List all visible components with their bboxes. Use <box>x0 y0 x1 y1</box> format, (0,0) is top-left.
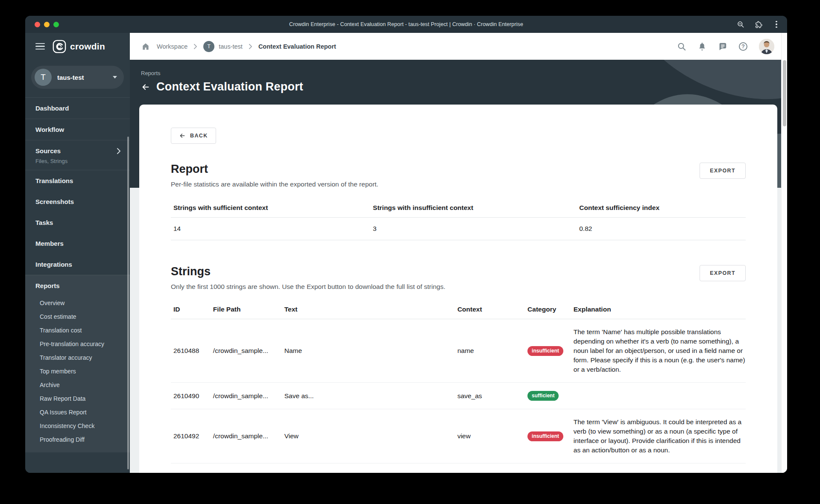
page-eyebrow: Reports <box>141 70 303 76</box>
sidebar-item-translations[interactable]: Translations <box>25 170 130 191</box>
page-content: Reports Context Evaluation Report <box>130 60 787 473</box>
help-icon[interactable]: ? <box>738 42 748 51</box>
string-file-path: /crowdin_sample... <box>211 384 282 408</box>
minimize-window-button[interactable] <box>44 22 50 27</box>
string-file-path: /crowdin_sample... <box>211 424 282 448</box>
crowdin-logo-icon <box>53 40 66 53</box>
chevron-right-icon <box>249 44 252 49</box>
string-explanation: The term 'Name' has multiple possible tr… <box>571 319 746 382</box>
back-arrow-icon[interactable] <box>141 82 150 92</box>
string-explanation: The term 'View' is ambiguous. It could b… <box>571 409 746 463</box>
report-export-button[interactable]: EXPORT <box>700 163 746 179</box>
project-avatar-small: T <box>203 41 214 52</box>
chevron-down-icon <box>113 76 117 79</box>
scrollbar-thumb[interactable] <box>783 60 786 126</box>
sidebar-item-pre-translation-accuracy[interactable]: Pre-translation accuracy <box>25 337 130 351</box>
sidebar-item-inconsistency-check[interactable]: Inconsistency Check <box>25 419 130 433</box>
string-id: 2610492 <box>171 424 211 448</box>
sidebar-item-members[interactable]: Members <box>25 233 130 254</box>
user-avatar[interactable] <box>759 39 774 54</box>
string-text: Name <box>282 339 455 363</box>
sidebar-nav: Dashboard Workflow Sources Files, String… <box>25 97 130 452</box>
sidebar-item-cost-estimate[interactable]: Cost estimate <box>25 310 130 323</box>
breadcrumb-current: Context Evaluation Report <box>258 43 336 50</box>
hamburger-menu-icon[interactable] <box>35 43 45 50</box>
browser-tab-title: Crowdin Enterprise - Context Evaluation … <box>289 21 523 27</box>
category-badge: insufficient <box>527 431 563 441</box>
sidebar-item-top-members[interactable]: Top members <box>25 364 130 378</box>
table-row: 2610492 /crowdin_sample... View view ins… <box>171 409 746 463</box>
string-context: view <box>455 424 525 448</box>
sidebar-item-integrations[interactable]: Integrations <box>25 254 130 275</box>
stats-header-sufficient: Strings with sufficient context <box>171 198 370 217</box>
sidebar-item-workflow[interactable]: Workflow <box>25 119 130 140</box>
table-row: 2610488 /crowdin_sample... Name name ins… <box>171 319 746 383</box>
string-context: save_as <box>455 384 525 408</box>
extensions-icon[interactable] <box>755 20 762 28</box>
sidebar-item-translation-cost[interactable]: Translation cost <box>25 323 130 337</box>
back-button[interactable]: BACK <box>171 128 216 144</box>
string-text: View <box>282 424 455 448</box>
browser-chrome: Crowdin Enterprise - Context Evaluation … <box>25 16 787 33</box>
zoom-out-icon[interactable] <box>737 20 744 28</box>
strings-table-header: ID File Path Text Context Category Expla… <box>171 300 746 319</box>
sidebar-item-raw-report-data[interactable]: Raw Report Data <box>25 392 130 405</box>
string-file-path: /crowdin_sample... <box>211 339 282 363</box>
maximize-window-button[interactable] <box>53 22 59 27</box>
project-avatar: T <box>35 69 52 86</box>
report-section-subtitle: Per-file statistics are available within… <box>171 181 378 188</box>
chevron-right-icon <box>194 44 197 49</box>
string-explanation <box>571 388 746 404</box>
messages-icon[interactable] <box>718 42 727 51</box>
sidebar-item-tasks[interactable]: Tasks <box>25 212 130 233</box>
strings-section-subtitle: Only the first 1000 strings are shown. U… <box>171 283 445 291</box>
string-context: name <box>455 339 525 363</box>
sidebar-item-overview[interactable]: Overview <box>25 296 130 310</box>
browser-menu-icon[interactable] <box>773 20 780 28</box>
close-window-button[interactable] <box>35 22 40 27</box>
stats-header-index: Context sufficiency index <box>577 198 746 217</box>
stat-index-value: 0.82 <box>577 218 746 240</box>
strings-section-title: Strings <box>171 265 445 278</box>
app-header: Workspace T taus-test Context Evaluation… <box>130 33 787 60</box>
sidebar: crowdin T taus-test Dashboard Workflow S… <box>25 33 130 473</box>
strings-export-button[interactable]: EXPORT <box>700 265 746 281</box>
sidebar-item-dashboard[interactable]: Dashboard <box>25 98 130 119</box>
stat-insufficient-value: 3 <box>370 218 577 240</box>
sidebar-item-proofreading-diff[interactable]: Proofreading Diff <box>25 433 130 446</box>
category-badge: sufficient <box>527 391 559 401</box>
sidebar-item-archive[interactable]: Archive <box>25 378 130 392</box>
breadcrumb: Workspace T taus-test Context Evaluation… <box>141 41 336 52</box>
report-stats-table: Strings with sufficient context Strings … <box>171 198 746 240</box>
breadcrumb-workspace[interactable]: Workspace <box>157 43 187 50</box>
report-card: BACK Report Per-file statistics are avai… <box>139 105 777 473</box>
report-section-title: Report <box>171 163 378 176</box>
sidebar-item-qa-issues-report[interactable]: QA Issues Report <box>25 405 130 419</box>
project-name: taus-test <box>57 74 84 81</box>
brand-name: crowdin <box>70 41 105 52</box>
table-row: 2610490 /crowdin_sample... Save as... sa… <box>171 383 746 409</box>
string-text: Save as... <box>282 384 455 408</box>
sidebar-item-translator-accuracy[interactable]: Translator accuracy <box>25 351 130 364</box>
notifications-bell-icon[interactable] <box>697 42 707 51</box>
main-area: Workspace T taus-test Context Evaluation… <box>130 33 787 473</box>
sidebar-item-screenshots[interactable]: Screenshots <box>25 191 130 212</box>
page-scrollbar[interactable] <box>781 33 787 473</box>
string-id: 2610490 <box>171 384 211 408</box>
back-arrow-icon <box>179 132 186 139</box>
breadcrumb-project[interactable]: T taus-test <box>203 41 243 52</box>
project-selector[interactable]: T taus-test <box>31 66 124 89</box>
window-controls <box>35 16 59 33</box>
chevron-right-icon <box>117 148 120 154</box>
sidebar-scrollbar[interactable] <box>127 137 129 469</box>
string-id: 2610488 <box>171 339 211 363</box>
sources-sublabel: Files, Strings <box>25 158 130 170</box>
crowdin-logo[interactable]: crowdin <box>53 40 105 53</box>
browser-window: Crowdin Enterprise - Context Evaluation … <box>25 16 787 473</box>
search-icon[interactable] <box>677 42 686 51</box>
home-icon[interactable] <box>141 42 150 51</box>
stats-header-insufficient: Strings with insufficient context <box>370 198 577 217</box>
sidebar-item-reports[interactable]: Reports <box>25 275 130 296</box>
stat-sufficient-value: 14 <box>171 218 370 240</box>
strings-table: ID File Path Text Context Category Expla… <box>171 300 746 463</box>
